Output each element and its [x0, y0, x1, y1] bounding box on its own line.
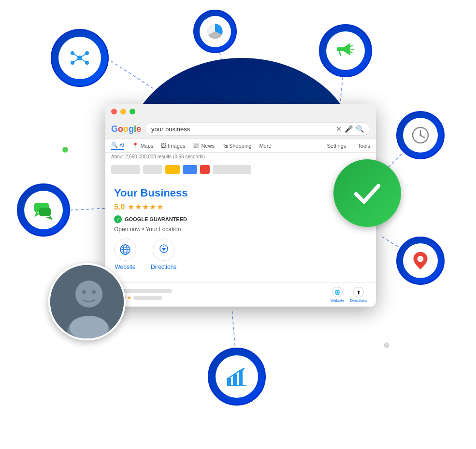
search-bar-icons: ✕ 🎤 🔍 — [336, 125, 364, 133]
location-text: Your Location — [145, 226, 181, 233]
svg-point-10 — [384, 343, 389, 348]
browser-addressbar: Google your business ✕ 🎤 🔍 — [105, 119, 376, 139]
tools-link[interactable]: Tools — [358, 143, 370, 149]
network-icon — [68, 46, 92, 70]
pie-chart-node — [193, 10, 237, 53]
svg-rect-39 — [239, 370, 243, 386]
barchart-node — [208, 348, 266, 406]
svg-line-24 — [339, 51, 341, 56]
svg-line-25 — [350, 45, 352, 47]
checkmark-icon — [350, 176, 384, 210]
mini-action-buttons: 🌐 Website ⬆ Directions — [331, 287, 367, 303]
chat-icon — [32, 199, 55, 221]
svg-line-18 — [80, 53, 87, 58]
tab-shopping[interactable]: 🛍 Shopping — [222, 142, 252, 150]
ai-tab-label: AI — [119, 142, 124, 148]
shopping-tab-label: Shopping — [229, 143, 252, 149]
search-query-text: your business — [151, 126, 336, 133]
search-icon[interactable]: 🔍 — [356, 125, 364, 133]
search-bar[interactable]: your business ✕ 🎤 🔍 — [145, 122, 370, 136]
open-now-text: Open now — [114, 226, 141, 233]
skeleton-bar-1 — [111, 165, 140, 174]
bar-chart-icon — [225, 365, 249, 389]
voice-icon[interactable]: 🎤 — [345, 125, 353, 133]
megaphone-icon — [335, 40, 356, 61]
tab-more[interactable]: More — [259, 142, 271, 150]
mini-website-label: Website — [331, 298, 345, 303]
maximize-button[interactable] — [130, 109, 135, 114]
mini-directions-label: Directions — [350, 298, 367, 303]
website-icon — [114, 239, 136, 261]
maps-tab-icon: 📍 — [132, 142, 139, 149]
tab-news[interactable]: 📰 News — [193, 141, 215, 150]
mini-directions-action[interactable]: ⬆ Directions — [350, 287, 367, 303]
svg-point-11 — [62, 147, 68, 153]
shopping-tab-icon: 🛍 — [222, 143, 228, 149]
skeleton-bar-5 — [200, 165, 210, 174]
megaphone-node — [319, 24, 372, 77]
svg-rect-35 — [39, 208, 51, 216]
skeleton-bar-3 — [165, 165, 180, 174]
mini-directions-icon: ⬆ — [353, 287, 364, 297]
images-tab-label: Images — [168, 143, 185, 149]
google-guaranteed-icon: ✓ — [114, 215, 122, 223]
browser-tabs: 🔍 AI 📍 Maps 🖼 Images 📰 News 🛍 Shopping M… — [105, 139, 376, 153]
minimize-button[interactable] — [120, 109, 126, 114]
images-tab-icon: 🖼 — [161, 143, 166, 149]
svg-point-46 — [92, 290, 96, 294]
clock-node — [396, 111, 445, 159]
skeleton-bar-4 — [183, 165, 197, 174]
browser-bottom-mini: ★★★★ 🌐 Website ⬆ Directions — [105, 282, 376, 307]
tab-maps[interactable]: 📍 Maps — [132, 141, 153, 150]
svg-rect-38 — [233, 374, 237, 386]
maps-tab-label: Maps — [140, 143, 153, 149]
ai-tab-icon: 🔍 — [111, 142, 118, 148]
website-label: Website — [115, 264, 135, 270]
close-button[interactable] — [111, 109, 117, 114]
svg-point-31 — [419, 134, 421, 136]
svg-marker-36 — [46, 216, 53, 220]
star-rating: ★★★★★ — [128, 202, 164, 211]
directions-icon — [153, 239, 175, 261]
location-node — [396, 237, 445, 285]
website-action[interactable]: Website — [114, 239, 136, 270]
settings-link[interactable]: Settings — [327, 143, 346, 149]
svg-marker-54 — [162, 248, 166, 251]
tab-ai[interactable]: 🔍 AI — [111, 141, 124, 150]
open-status: Open now • Your Location — [114, 226, 367, 233]
avatar-image — [50, 265, 126, 340]
main-scene: Google your business ✕ 🎤 🔍 🔍 AI 📍 Maps — [0, 0, 476, 449]
svg-line-19 — [72, 58, 80, 63]
tab-images[interactable]: 🖼 Images — [161, 142, 185, 150]
chat-node — [17, 183, 70, 237]
green-check-badge — [333, 159, 401, 227]
svg-line-17 — [72, 53, 80, 58]
skeleton-bar-2 — [143, 165, 162, 174]
news-tab-label: News — [201, 143, 215, 149]
clear-icon[interactable]: ✕ — [336, 125, 342, 133]
guaranteed-row: ✓ GOOGLE GUARANTEED — [114, 215, 367, 223]
svg-line-20 — [80, 58, 87, 63]
svg-line-27 — [350, 52, 352, 53]
mini-website-icon: 🌐 — [332, 287, 343, 297]
rating-number: 5.0 — [114, 203, 125, 211]
person-avatar — [48, 263, 126, 340]
skeleton-results-row — [105, 161, 376, 178]
svg-point-32 — [418, 256, 424, 262]
google-guaranteed-label: GOOGLE GUARANTEED — [125, 216, 187, 222]
mini-skeleton-2 — [133, 296, 162, 300]
skeleton-bar-6 — [213, 165, 251, 174]
directions-action[interactable]: Directions — [151, 239, 176, 270]
pie-chart-icon — [206, 22, 224, 41]
network-node — [51, 29, 109, 87]
mini-website-action[interactable]: 🌐 Website — [331, 287, 345, 303]
clock-icon — [411, 126, 430, 145]
more-tab-label: More — [259, 143, 271, 149]
svg-point-47 — [70, 316, 108, 340]
google-logo: Google — [111, 124, 141, 134]
directions-label: Directions — [151, 264, 176, 270]
business-name: Your Business — [114, 187, 367, 199]
svg-point-45 — [82, 290, 86, 294]
svg-point-43 — [75, 281, 102, 308]
results-count: About 2,690,000,000 results (0.66 second… — [105, 153, 376, 161]
